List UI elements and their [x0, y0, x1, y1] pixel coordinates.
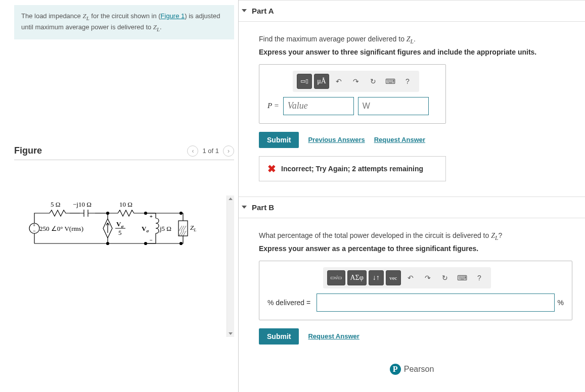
templates-button[interactable]: ▭√▭	[327, 270, 345, 285]
help-button[interactable]: ?	[400, 74, 415, 89]
svg-text:+: +	[33, 223, 35, 228]
part-b-lhs: % delivered =	[267, 299, 310, 307]
label-r2: 10 Ω	[119, 201, 132, 208]
part-a-instruction: Express your answer to three significant…	[259, 48, 575, 56]
figure-pager: ‹ 1 of 1 ›	[187, 145, 234, 157]
keyboard-button[interactable]: ⌨	[455, 270, 470, 285]
part-b-submit-button[interactable]: Submit	[259, 328, 299, 345]
redo-button[interactable]: ↷	[348, 74, 364, 89]
part-b-instruction: Express your answer as a percentage to t…	[259, 244, 575, 253]
svg-text:−: −	[150, 237, 153, 243]
value-input[interactable]	[283, 97, 354, 115]
label-zl: ZL	[190, 224, 196, 232]
symbols-button[interactable]: ΑΣφ	[347, 270, 367, 285]
undo-button[interactable]: ↶	[403, 270, 418, 285]
label-l1: j5 Ω	[159, 225, 171, 232]
part-a-prompt: Find the maximum average power delivered…	[259, 35, 575, 45]
footer: P Pearson	[239, 360, 585, 375]
svg-text:+: +	[150, 214, 153, 219]
part-a-toolbar: ▭▯ μÅ ↶ ↷ ↻ ⌨ ?	[293, 71, 419, 92]
help-button[interactable]: ?	[472, 270, 487, 285]
label-c1: −j10 Ω	[73, 201, 92, 208]
svg-rect-11	[178, 221, 188, 236]
part-a-lhs: P =	[267, 102, 279, 110]
figure-next-button[interactable]: ›	[223, 145, 234, 157]
part-b-header[interactable]: Part B	[239, 197, 585, 218]
request-answer-link[interactable]: Request Answer	[374, 136, 425, 143]
collapse-icon	[242, 206, 247, 209]
request-answer-link-b[interactable]: Request Answer	[308, 332, 359, 340]
collapse-icon	[242, 9, 247, 12]
percent-unit: %	[558, 299, 564, 307]
circuit-diagram: + − + −	[19, 195, 228, 263]
figure-link[interactable]: Figure 1	[161, 12, 185, 20]
label-depsrc-top: Vσ	[116, 220, 124, 229]
figure-scrollbar[interactable]	[227, 195, 234, 337]
reset-button[interactable]: ↻	[437, 270, 453, 285]
part-a-header[interactable]: Part A	[239, 1, 585, 21]
previous-answers-link[interactable]: Previous Answers	[308, 136, 365, 143]
incorrect-icon: ✖	[267, 163, 276, 175]
figure-page-number: 1 of 1	[202, 147, 219, 155]
part-a-submit-button[interactable]: Submit	[259, 132, 299, 148]
unit-input[interactable]	[358, 97, 429, 115]
label-r1: 5 Ω	[51, 201, 60, 208]
sub-sup-button[interactable]: ↓↑	[369, 270, 384, 285]
pearson-brand: Pearson	[404, 365, 434, 374]
undo-button[interactable]: ↶	[331, 74, 346, 89]
redo-button[interactable]: ↷	[420, 270, 435, 285]
problem-text: The load impedance	[21, 12, 82, 20]
percent-input[interactable]	[317, 293, 554, 312]
part-b-toolbar: ▭√▭ ΑΣφ ↓↑ vec ↶ ↷ ↻ ⌨ ?	[323, 267, 491, 288]
vector-button[interactable]: vec	[386, 270, 401, 285]
keyboard-button[interactable]: ⌨	[383, 74, 398, 89]
part-a-feedback: ✖ Incorrect; Try Again; 2 attempts remai…	[259, 156, 446, 181]
label-depsrc-den: 5	[118, 229, 122, 236]
part-b-answer-box: ▭√▭ ΑΣφ ↓↑ vec ↶ ↷ ↻ ⌨ ? % delivered = %	[259, 261, 572, 320]
units-button[interactable]: μÅ	[314, 74, 329, 89]
label-vsigma: Vσ	[142, 225, 149, 233]
label-src: 250 ∠0° V(rms)	[39, 225, 83, 232]
part-b-prompt: What percentage of the total power devel…	[259, 231, 575, 241]
reset-button[interactable]: ↻	[366, 74, 381, 89]
templates-button[interactable]: ▭▯	[297, 74, 312, 89]
part-a-answer-box: ▭▯ μÅ ↶ ↷ ↻ ⌨ ? P =	[259, 64, 446, 124]
figure-prev-button[interactable]: ‹	[187, 145, 198, 157]
svg-text:−: −	[33, 228, 35, 233]
figure-heading: Figure	[14, 145, 42, 156]
problem-statement: The load impedance ZL for the circuit sh…	[14, 5, 234, 39]
pearson-logo-icon: P	[390, 364, 401, 375]
